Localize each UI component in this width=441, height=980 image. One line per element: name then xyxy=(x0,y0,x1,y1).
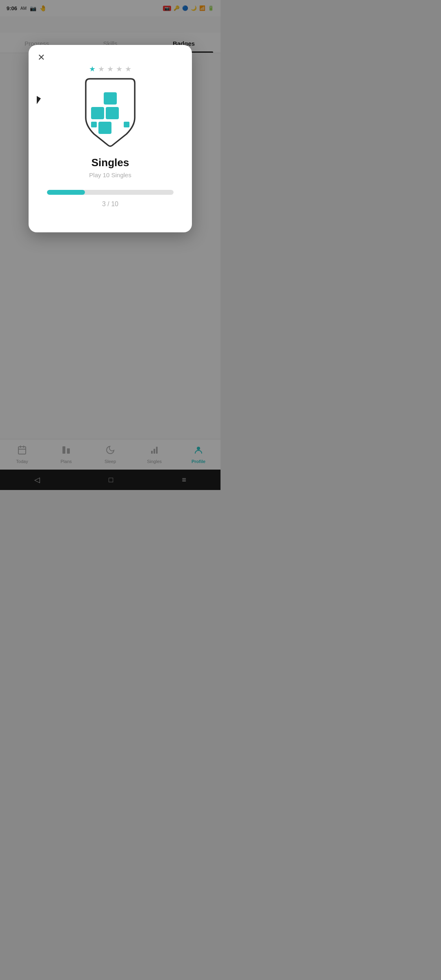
svg-rect-0 xyxy=(104,92,117,105)
badge-icon xyxy=(80,77,141,148)
star-2: ★ xyxy=(98,65,105,74)
star-5: ★ xyxy=(125,65,131,74)
progress-track xyxy=(47,190,174,195)
svg-rect-4 xyxy=(91,122,97,127)
badge-title: Singles xyxy=(91,156,129,169)
progress-fill xyxy=(47,190,85,195)
svg-rect-1 xyxy=(91,107,104,119)
star-4: ★ xyxy=(116,65,122,74)
star-1: ★ xyxy=(89,65,96,74)
badge-modal: ✕ ★ ★ ★ ★ ★ xyxy=(29,45,192,232)
progress-section: 3 / 10 xyxy=(47,190,174,208)
star-3: ★ xyxy=(107,65,114,74)
svg-rect-5 xyxy=(124,122,129,127)
modal-overlay: ✕ ★ ★ ★ ★ ★ xyxy=(0,0,220,490)
svg-rect-2 xyxy=(106,107,119,119)
badge-content: ★ ★ ★ ★ ★ Singles xyxy=(40,65,180,208)
stars-row: ★ ★ ★ ★ ★ xyxy=(89,65,131,74)
close-button[interactable]: ✕ xyxy=(38,53,45,62)
badge-description: Play 10 Singles xyxy=(89,172,131,178)
svg-rect-3 xyxy=(98,122,111,134)
progress-label: 3 / 10 xyxy=(47,200,174,208)
